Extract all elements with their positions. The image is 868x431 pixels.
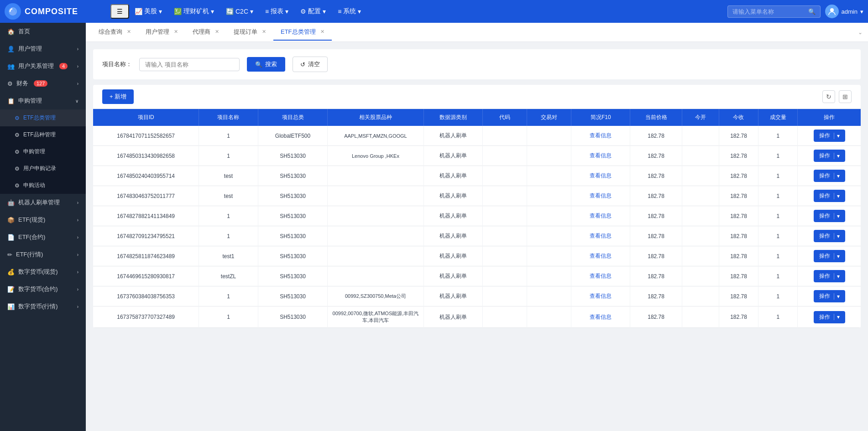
- cell-open: [682, 206, 719, 226]
- edit-icon: ✏: [7, 251, 12, 258]
- cell-trade-pair: [527, 266, 571, 286]
- user-area[interactable]: admin ▾: [825, 5, 863, 18]
- sidebar-item-etf-variety[interactable]: ⚙ ETF品种管理: [0, 126, 86, 143]
- operate-button[interactable]: 操作▾: [814, 250, 845, 262]
- cell-operate[interactable]: 操作▾: [798, 146, 861, 166]
- sidebar-item-user-subscription-records[interactable]: ⚙ 用户申购记录: [0, 160, 86, 177]
- operate-button[interactable]: 操作▾: [814, 150, 845, 162]
- cell-trade-pair: [527, 246, 571, 266]
- tab-expand-button[interactable]: ⌄: [858, 29, 863, 36]
- operate-button[interactable]: 操作▾: [814, 290, 845, 302]
- nav-item-stocks[interactable]: 📈 美股 ▾: [129, 5, 167, 18]
- operate-button[interactable]: 操作▾: [814, 230, 845, 242]
- sidebar-item-home[interactable]: 🏠 首页: [0, 23, 86, 40]
- sidebar-item-crypto-futures[interactable]: 📝 数字货币(合约) ›: [0, 280, 86, 298]
- tab-user-management[interactable]: 用户管理 ✕: [138, 24, 185, 41]
- sidebar-item-crypto-market[interactable]: 📊 数字货币(行情) ›: [0, 298, 86, 315]
- cell-f10[interactable]: 查看信息: [571, 226, 630, 246]
- tab-etf-category[interactable]: ETF总类管理 ✕: [273, 24, 332, 41]
- cell-f10[interactable]: 查看信息: [571, 306, 630, 328]
- add-button[interactable]: + 新增: [102, 89, 134, 104]
- cell-operate[interactable]: 操作▾: [798, 286, 861, 306]
- nav-item-mining[interactable]: 💹 理财矿机 ▾: [168, 5, 220, 18]
- sidebar-item-subscription-activity[interactable]: ⚙ 申购活动: [0, 177, 86, 194]
- f10-link[interactable]: 查看信息: [590, 172, 612, 179]
- tab-agent[interactable]: 代理商 ✕: [185, 24, 226, 41]
- f10-link[interactable]: 查看信息: [590, 253, 612, 259]
- cell-operate[interactable]: 操作▾: [798, 266, 861, 286]
- project-name-input[interactable]: [139, 58, 240, 71]
- svg-point-0: [830, 8, 834, 12]
- close-icon[interactable]: ✕: [262, 29, 266, 35]
- tab-composite-query[interactable]: 综合查询 ✕: [91, 24, 138, 41]
- tab-bar: 综合查询 ✕ 用户管理 ✕ 代理商 ✕ 提现订单 ✕ ETF总类管理 ✕ ⌄: [86, 23, 868, 42]
- table-row: 1674469615280930817 testZL SH513030 机器人刷…: [93, 266, 861, 286]
- cell-operate[interactable]: 操作▾: [798, 206, 861, 226]
- sidebar-item-etf-futures[interactable]: 📄 ETF(合约) ›: [0, 228, 86, 246]
- cell-f10[interactable]: 查看信息: [571, 146, 630, 166]
- f10-link[interactable]: 查看信息: [590, 293, 612, 299]
- cell-f10[interactable]: 查看信息: [571, 186, 630, 206]
- f10-link[interactable]: 查看信息: [590, 192, 612, 199]
- close-icon[interactable]: ✕: [320, 29, 324, 35]
- cell-f10[interactable]: 查看信息: [571, 246, 630, 266]
- cell-operate[interactable]: 操作▾: [798, 306, 861, 328]
- operate-button[interactable]: 操作▾: [814, 270, 845, 282]
- c2c-icon: 🔄: [226, 8, 234, 15]
- search-input[interactable]: [732, 8, 805, 15]
- cell-operate[interactable]: 操作▾: [798, 226, 861, 246]
- close-icon[interactable]: ✕: [127, 29, 131, 35]
- cell-f10[interactable]: 查看信息: [571, 286, 630, 306]
- logo-area: COMPOSITE: [5, 3, 110, 20]
- cell-name: test1: [199, 246, 258, 266]
- nav-item-system[interactable]: ≡ 系统 ▾: [332, 5, 366, 18]
- cell-operate[interactable]: 操作▾: [798, 246, 861, 266]
- chevron-down-icon: ▾: [834, 314, 840, 320]
- sidebar-item-subscription-mgmt[interactable]: ⚙ 申购管理: [0, 143, 86, 160]
- nav-item-report[interactable]: ≡ 报表 ▾: [260, 5, 294, 18]
- cell-source: 机器人刷单: [424, 266, 482, 286]
- sidebar-item-etf-spot[interactable]: 📦 ETF(现货) ›: [0, 211, 86, 228]
- f10-link[interactable]: 查看信息: [590, 213, 612, 219]
- search-box[interactable]: 🔍: [727, 5, 821, 18]
- sidebar-item-etf-category[interactable]: ⚙ ETF总类管理: [0, 109, 86, 126]
- cell-operate[interactable]: 操作▾: [798, 186, 861, 206]
- close-icon[interactable]: ✕: [174, 29, 178, 35]
- refresh-button[interactable]: ↻: [822, 90, 835, 103]
- sidebar-item-subscription[interactable]: 📋 申购管理 ∨: [0, 92, 86, 109]
- search-button[interactable]: 🔍 搜索: [247, 57, 285, 72]
- clear-button[interactable]: ↺ 清空: [293, 57, 328, 72]
- cell-operate[interactable]: 操作▾: [798, 166, 861, 186]
- sidebar-item-crypto-spot[interactable]: 💰 数字货币(现货) ›: [0, 263, 86, 280]
- sidebar-item-finance[interactable]: ⚙ 财务 127 ›: [0, 75, 86, 92]
- menu-toggle-button[interactable]: ☰: [110, 4, 129, 19]
- operate-button[interactable]: 操作▾: [814, 170, 845, 182]
- cell-price: 182.78: [630, 126, 682, 146]
- sidebar-item-user-management[interactable]: 👤 用户管理 ›: [0, 40, 86, 57]
- columns-button[interactable]: ⊞: [839, 90, 852, 103]
- tab-withdrawal[interactable]: 提现订单 ✕: [226, 24, 273, 41]
- sidebar-item-user-relations[interactable]: 👥 用户关系管理 4 ›: [0, 57, 86, 75]
- sidebar-item-robot[interactable]: 🤖 机器人刷单管理 ›: [0, 194, 86, 211]
- f10-link[interactable]: 查看信息: [590, 152, 612, 159]
- nav-item-c2c[interactable]: 🔄 C2C ▾: [220, 5, 259, 18]
- operate-button[interactable]: 操作▾: [814, 130, 845, 142]
- close-icon[interactable]: ✕: [215, 29, 219, 35]
- cell-price: 182.78: [630, 226, 682, 246]
- f10-link[interactable]: 查看信息: [590, 132, 612, 139]
- cell-f10[interactable]: 查看信息: [571, 206, 630, 226]
- cell-volume: 1: [758, 126, 798, 146]
- cell-f10[interactable]: 查看信息: [571, 166, 630, 186]
- cell-stocks: 00992,SZ300750,Meta公司: [328, 286, 424, 306]
- f10-link[interactable]: 查看信息: [590, 273, 612, 279]
- nav-item-config[interactable]: ⚙ 配置 ▾: [295, 5, 331, 18]
- sidebar-item-etf-market[interactable]: ✏ ETF(行情) ›: [0, 246, 86, 263]
- cell-f10[interactable]: 查看信息: [571, 126, 630, 146]
- f10-link[interactable]: 查看信息: [590, 314, 612, 320]
- operate-button[interactable]: 操作▾: [814, 210, 845, 222]
- cell-operate[interactable]: 操作▾: [798, 126, 861, 146]
- operate-button[interactable]: 操作▾: [814, 311, 845, 323]
- cell-f10[interactable]: 查看信息: [571, 266, 630, 286]
- f10-link[interactable]: 查看信息: [590, 233, 612, 239]
- operate-button[interactable]: 操作▾: [814, 190, 845, 202]
